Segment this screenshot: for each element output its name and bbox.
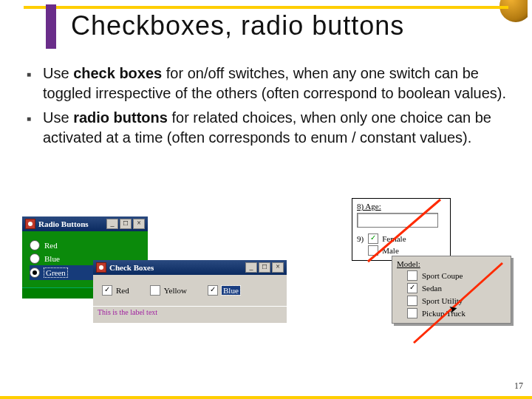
model-option[interactable]: Sport Coupe [407, 270, 506, 281]
radio-icon [30, 267, 40, 278]
radio-label: Blue [44, 254, 60, 263]
app-icon [25, 219, 35, 229]
slide-title: Checkboxes, radio buttons [71, 10, 404, 41]
text-bold: check boxes [73, 65, 162, 81]
option-label: Sport Coupe [422, 271, 463, 280]
age-gender-form: 8) Age: 9)✓Female 9)Male [352, 198, 451, 261]
bottom-accent-bar [0, 396, 532, 399]
radio-icon [30, 253, 40, 264]
checkbox-label: Blue [222, 286, 240, 295]
bullet-item: ■ Use check boxes for on/off switches, w… [27, 64, 510, 103]
checkbox-blue[interactable]: ✓Blue [208, 285, 240, 296]
checkbox-icon[interactable]: ✓ [368, 233, 378, 244]
minimize-button[interactable]: _ [245, 262, 257, 273]
checkbox-icon[interactable] [368, 245, 378, 256]
radio-option-red[interactable]: Red [30, 239, 140, 252]
checkbox-yellow[interactable]: Yellow [150, 285, 187, 296]
statusbar: This is the label text [93, 306, 287, 323]
bullet-icon: ■ [27, 114, 43, 148]
age-input[interactable] [357, 213, 438, 228]
maximize-button[interactable]: □ [120, 219, 132, 229]
radio-label: Red [44, 241, 58, 250]
page-number: 17 [514, 381, 523, 392]
checkbox-row: ✓Red Yellow ✓Blue [93, 275, 287, 306]
checkbox-icon [407, 308, 417, 318]
checkbox-icon [407, 270, 417, 281]
age-label: 8) Age: [357, 202, 446, 211]
left-accent-bar [46, 4, 56, 49]
radio-icon [30, 240, 40, 250]
checkbox-icon [150, 285, 160, 296]
text: Use [43, 65, 73, 81]
checkbox-red[interactable]: ✓Red [102, 285, 129, 296]
option-male[interactable]: Male [382, 246, 399, 255]
checkbox-icon: ✓ [208, 285, 218, 296]
titlebar: Radio Buttons _ □ × [22, 216, 148, 231]
checkbox-icon [407, 296, 417, 306]
minimize-button[interactable]: _ [106, 219, 118, 229]
titlebar: Check Boxes _ □ × [93, 260, 287, 275]
model-label: Model: [397, 259, 506, 268]
bullet-list: ■ Use check boxes for on/off switches, w… [27, 64, 510, 152]
question-number: 9) [357, 234, 364, 243]
slide: S Checkboxes, radio buttons ■ Use check … [0, 0, 532, 399]
option-female[interactable]: Female [382, 234, 406, 243]
window-title: Radio Buttons [38, 219, 89, 228]
checkbox-label: Red [116, 286, 129, 295]
app-icon [96, 262, 106, 273]
bullet-icon: ■ [27, 69, 43, 103]
top-accent-bar [24, 6, 508, 9]
close-button[interactable]: × [133, 219, 145, 229]
bullet-item: ■ Use radio buttons for related choices,… [27, 108, 510, 148]
check-boxes-window: Check Boxes _ □ × ✓Red Yellow ✓Blue This… [93, 260, 287, 323]
option-label: Sedan [422, 284, 442, 293]
radio-label: Green [44, 268, 67, 277]
text-bold: radio buttons [73, 109, 168, 126]
corner-logo: S [494, 0, 528, 27]
checkbox-label: Yellow [164, 286, 187, 295]
model-option[interactable]: ✓Sedan [407, 283, 506, 293]
close-button[interactable]: × [272, 262, 284, 273]
checkbox-icon: ✓ [407, 283, 417, 293]
window-title: Check Boxes [109, 263, 154, 272]
maximize-button[interactable]: □ [259, 262, 270, 273]
checkbox-icon: ✓ [102, 285, 112, 296]
text: Use [43, 109, 73, 126]
